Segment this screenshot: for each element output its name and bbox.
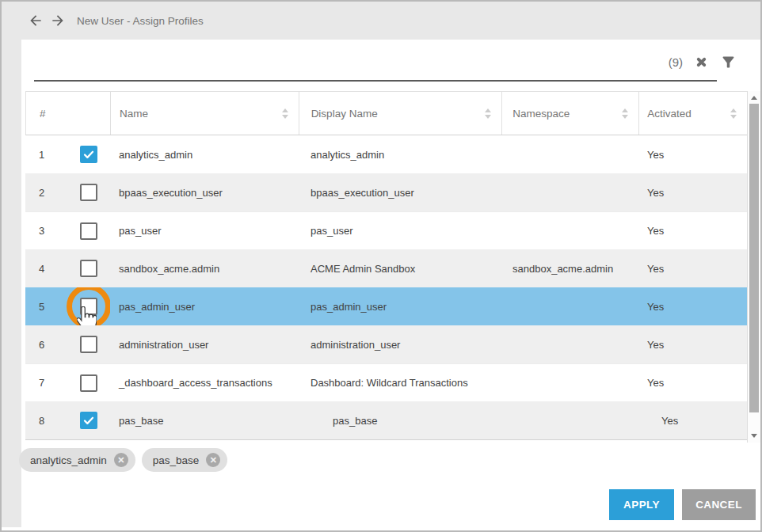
profile-tag: pas_base ✕	[142, 448, 228, 472]
assign-profiles-dialog: New User - Assign Profiles (9) # Name	[0, 0, 762, 532]
cell-display-name: pas_admin_user	[299, 287, 502, 325]
search-underline	[34, 80, 717, 82]
apply-button[interactable]: APPLY	[609, 489, 674, 520]
cell-display-name: pas_user	[299, 212, 502, 249]
profile-tag-label: analytics_admin	[30, 454, 107, 466]
page-title: New User - Assign Profiles	[77, 15, 204, 27]
row-checkbox[interactable]	[80, 374, 97, 392]
checkmark-icon	[82, 148, 95, 161]
sort-icon[interactable]	[282, 108, 288, 119]
hand-cursor-icon	[77, 306, 97, 325]
row-checkbox[interactable]	[80, 184, 97, 201]
cell-display-name: bpaas_execution_user	[299, 173, 502, 211]
cell-name: sandbox_acme.admin	[110, 249, 299, 287]
table-header: # Name Display Name Namespace Activated	[25, 91, 747, 135]
row-number: 8	[39, 415, 44, 427]
forward-arrow-icon[interactable]	[50, 13, 66, 28]
footer-actions: APPLY CANCEL	[609, 489, 756, 520]
cell-namespace	[502, 325, 639, 363]
cell-namespace	[502, 135, 639, 173]
cell-namespace	[502, 173, 639, 211]
cell-namespace: sandbox_acme.admin	[502, 249, 639, 287]
tag-remove-icon[interactable]: ✕	[206, 453, 220, 467]
cell-namespace	[502, 401, 639, 439]
table-row[interactable]: 4 sandbox_acme.admin ACME Admin Sandbox …	[25, 249, 747, 287]
cell-activated: Yes	[639, 249, 747, 287]
row-checkbox[interactable]	[80, 260, 97, 277]
table-row[interactable]: 2 bpaas_execution_user bpaas_execution_u…	[25, 173, 747, 211]
cell-activated: Yes	[639, 325, 747, 363]
table-row[interactable]: 1 analytics_admin analytics_admin Yes	[25, 135, 747, 173]
table-row[interactable]: 8 pas_base pas_base Yes	[25, 401, 747, 439]
cell-activated: Yes	[639, 173, 747, 211]
row-number: 3	[39, 225, 44, 237]
click-indicator-ring	[67, 287, 110, 325]
tag-remove-icon[interactable]: ✕	[114, 453, 128, 467]
cell-activated: Yes	[639, 364, 747, 401]
row-checkbox[interactable]	[80, 222, 97, 240]
topbar: New User - Assign Profiles	[2, 2, 760, 40]
column-header-namespace[interactable]: Namespace	[502, 92, 639, 135]
scrollbar-down-icon[interactable]	[751, 434, 757, 438]
row-checkbox[interactable]	[80, 298, 97, 315]
cell-namespace	[502, 212, 639, 249]
row-checkbox[interactable]	[80, 146, 97, 163]
cell-name: analytics_admin	[110, 135, 299, 173]
back-arrow-icon[interactable]	[28, 13, 44, 28]
cell-namespace	[502, 287, 639, 325]
selected-profiles-tags: analytics_admin ✕ pas_base ✕	[19, 448, 227, 472]
column-header-display-name[interactable]: Display Name	[299, 92, 503, 135]
table-row[interactable]: 3 pas_user pas_user Yes	[25, 211, 747, 249]
cell-name: pas_admin_user	[110, 287, 299, 325]
cell-activated: Yes	[639, 287, 747, 325]
result-count: (9)	[669, 55, 683, 69]
row-number: 2	[39, 187, 44, 199]
cancel-button[interactable]: CANCEL	[682, 489, 756, 520]
row-checkbox[interactable]	[80, 412, 97, 429]
filter-bar: (9)	[23, 40, 760, 91]
sort-icon[interactable]	[730, 108, 737, 119]
table-body: 1 analytics_admin analytics_admin Yes 2	[25, 135, 747, 440]
cell-display-name: analytics_admin	[299, 135, 502, 173]
column-header-name[interactable]: Name	[111, 92, 299, 135]
cell-namespace	[502, 364, 639, 401]
table-scrollbar[interactable]	[747, 91, 760, 443]
cell-name: _dashboard_access_transactions	[110, 364, 299, 401]
profile-tag: analytics_admin ✕	[19, 448, 135, 472]
cell-activated: Yes	[639, 212, 747, 249]
scrollbar-thumb[interactable]	[749, 104, 759, 412]
table-row[interactable]: 7 _dashboard_access_transactions Dashboa…	[25, 363, 747, 401]
cell-display-name: pas_base	[299, 401, 502, 439]
cell-display-name: Dashboard: Wildcard Transactions	[299, 364, 502, 401]
cell-name: bpaas_execution_user	[110, 173, 299, 211]
cell-activated: Yes	[639, 135, 747, 173]
row-number: 7	[39, 377, 44, 389]
sort-icon[interactable]	[622, 108, 628, 119]
cell-name: pas_base	[110, 401, 299, 439]
sort-icon[interactable]	[485, 108, 491, 119]
cell-display-name: administration_user	[299, 325, 502, 363]
clear-filter-icon[interactable]	[695, 55, 708, 69]
row-number: 4	[39, 263, 44, 275]
cell-name: administration_user	[110, 325, 299, 363]
row-checkbox[interactable]	[80, 336, 97, 353]
cell-display-name: ACME Admin Sandbox	[299, 249, 502, 287]
checkmark-icon	[82, 414, 95, 427]
profiles-table: # Name Display Name Namespace Activated …	[25, 91, 747, 440]
column-header-activated[interactable]: Activated	[639, 92, 747, 135]
table-row[interactable]: 6 administration_user administration_use…	[25, 325, 747, 363]
column-header-number: #	[26, 92, 111, 135]
filter-funnel-icon[interactable]	[720, 54, 737, 70]
row-number: 5	[39, 301, 44, 313]
table-row[interactable]: 5 pas_admin_user pas_admin_user Yes	[25, 287, 747, 325]
profile-filter-input[interactable]	[34, 49, 663, 81]
row-number: 1	[39, 149, 44, 161]
profile-tag-label: pas_base	[153, 454, 200, 466]
cell-activated: Yes	[639, 401, 747, 439]
scrollbar-up-icon[interactable]	[751, 96, 757, 100]
row-number: 6	[39, 339, 44, 351]
cell-name: pas_user	[110, 212, 299, 249]
